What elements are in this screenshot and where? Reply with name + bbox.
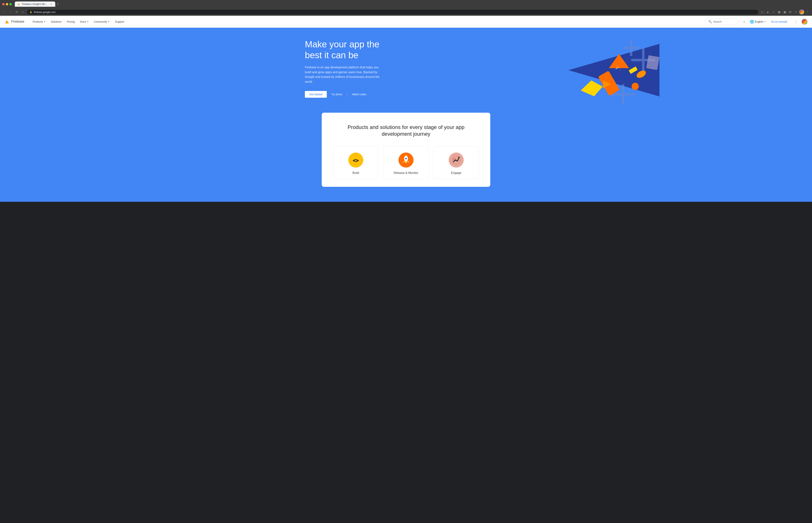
product-card-engage[interactable]: Engage	[433, 146, 479, 179]
close-button[interactable]	[2, 3, 5, 5]
language-selector[interactable]: 🌐 English ▼	[750, 20, 766, 24]
browser-chrome: Firebase | Google's Mobile ... ✕ + ← → ↻…	[0, 0, 812, 16]
products-chevron-icon: ▼	[43, 21, 46, 23]
tab-bar: Firebase | Google's Mobile ... ✕ +	[15, 1, 810, 7]
language-chevron-icon: ▼	[764, 21, 766, 23]
svg-rect-25	[646, 55, 659, 70]
svg-point-21	[619, 67, 619, 67]
release-svg-icon	[399, 152, 413, 167]
nav-buttons: ← → ↻ ⌂	[2, 10, 25, 15]
svg-text:<>: <>	[353, 158, 359, 163]
products-grid: <> Build	[333, 146, 479, 179]
logo-text: Firebase	[11, 20, 24, 23]
try-demo-link[interactable]: Try demo	[331, 93, 342, 96]
globe-icon: 🌐	[750, 20, 754, 24]
nav-community[interactable]: Community ▼	[92, 19, 112, 25]
nav-links: Products ▼ Solutions Pricing Docs ▼ Comm…	[30, 19, 705, 25]
home-button[interactable]: ⌂	[20, 10, 25, 15]
hero-actions: Get started Try demo | Watch video	[305, 91, 507, 98]
action-divider: |	[347, 93, 348, 96]
hero-section: Make your app the best it can be Firebas…	[0, 28, 812, 113]
product-card-build[interactable]: <> Build	[333, 146, 379, 179]
search-box[interactable]: 🔍 Search	[705, 19, 739, 25]
svg-point-20	[617, 68, 618, 69]
product-card-release[interactable]: Release & Monitor	[383, 146, 429, 179]
secure-indicator: 🔒	[30, 11, 32, 13]
tab-title: Firebase | Google's Mobile ...	[22, 3, 48, 5]
release-icon	[399, 152, 413, 167]
browser-toolbar-actions: ▢ ▲ ☆ ▦ ▣ ✉ ☺ ⋮	[760, 10, 810, 14]
release-label: Release & Monitor	[394, 171, 418, 175]
tab-search-icon[interactable]: ▦	[777, 10, 781, 14]
cast-icon[interactable]: ▢	[760, 10, 764, 14]
community-chevron-icon: ▼	[108, 21, 110, 23]
get-started-button[interactable]: Get started	[305, 91, 327, 98]
hero-content: Make your app the best it can be Firebas…	[294, 39, 518, 98]
address-bar[interactable]: 🔒 firebase.google.com	[27, 10, 758, 14]
profile-icon[interactable]: ☺	[794, 10, 798, 14]
refresh-button[interactable]: ↻	[14, 10, 19, 15]
browser-toolbar: ← → ↻ ⌂ 🔒 firebase.google.com ▢ ▲ ☆ ▦ ▣ …	[0, 8, 812, 16]
nav-solutions[interactable]: Solutions	[49, 19, 64, 25]
products-card: Products and solutions for every stage o…	[322, 113, 490, 187]
products-section: Products and solutions for every stage o…	[0, 113, 812, 202]
nav-pricing[interactable]: Pricing	[65, 19, 77, 25]
search-placeholder: Search	[713, 20, 722, 23]
hero-description: Firebase is an app development platform …	[305, 65, 384, 84]
url-text: firebase.google.com	[34, 11, 56, 14]
extension-icon[interactable]: ▣	[782, 10, 787, 14]
minimize-button[interactable]	[6, 3, 8, 5]
traffic-lights	[2, 3, 12, 5]
tab-close-button[interactable]: ✕	[50, 3, 53, 6]
nav-products[interactable]: Products ▼	[30, 19, 48, 25]
chrome-avatar[interactable]	[799, 10, 804, 14]
website: Firebase Products ▼ Solutions Pricing Do…	[0, 16, 812, 202]
engage-svg-icon	[449, 152, 464, 167]
new-tab-button[interactable]: +	[55, 1, 60, 7]
go-to-console-button[interactable]: Go to console	[768, 19, 790, 25]
site-logo[interactable]: Firebase	[4, 19, 24, 24]
language-label: English	[755, 20, 763, 23]
forward-button[interactable]: →	[8, 10, 14, 15]
active-tab[interactable]: Firebase | Google's Mobile ... ✕	[15, 1, 55, 7]
products-section-title: Products and solutions for every stage o…	[333, 124, 479, 138]
svg-point-23	[618, 66, 618, 67]
svg-point-22	[616, 69, 616, 69]
theme-toggle-button[interactable]: ☼	[741, 18, 747, 25]
svg-point-19	[632, 83, 639, 90]
notifications-icon[interactable]: ✉	[788, 10, 793, 14]
more-options-button[interactable]: ⋮	[793, 18, 799, 25]
svg-point-33	[405, 158, 407, 159]
svg-point-24	[620, 69, 620, 70]
browser-titlebar: Firebase | Google's Mobile ... ✕ +	[0, 0, 812, 8]
star-icon[interactable]: ☆	[771, 10, 776, 14]
more-menu-icon[interactable]: ⋮	[805, 10, 810, 14]
shield-icon[interactable]: ▲	[765, 10, 770, 14]
search-icon: 🔍	[708, 20, 712, 23]
engage-label: Engage	[451, 171, 461, 175]
nav-docs[interactable]: Docs ▼	[78, 19, 91, 25]
engage-icon	[449, 152, 464, 167]
build-icon: <>	[348, 152, 363, 167]
tab-favicon	[17, 3, 20, 6]
docs-chevron-icon: ▼	[87, 21, 89, 23]
back-button[interactable]: ←	[2, 10, 7, 15]
nav-right: 🔍 Search ☼ 🌐 English ▼ Go to console ⋮	[705, 18, 808, 25]
hero-title: Make your app the best it can be	[305, 39, 399, 60]
svg-marker-13	[579, 78, 604, 98]
user-avatar[interactable]	[801, 19, 808, 25]
build-label: Build	[352, 171, 359, 175]
watch-video-link[interactable]: Watch video	[352, 93, 367, 96]
build-svg-icon: <>	[351, 156, 360, 164]
firebase-logo-icon	[4, 19, 10, 24]
maximize-button[interactable]	[10, 3, 12, 5]
nav-support[interactable]: Support	[113, 19, 126, 25]
site-navigation: Firebase Products ▼ Solutions Pricing Do…	[0, 16, 812, 28]
